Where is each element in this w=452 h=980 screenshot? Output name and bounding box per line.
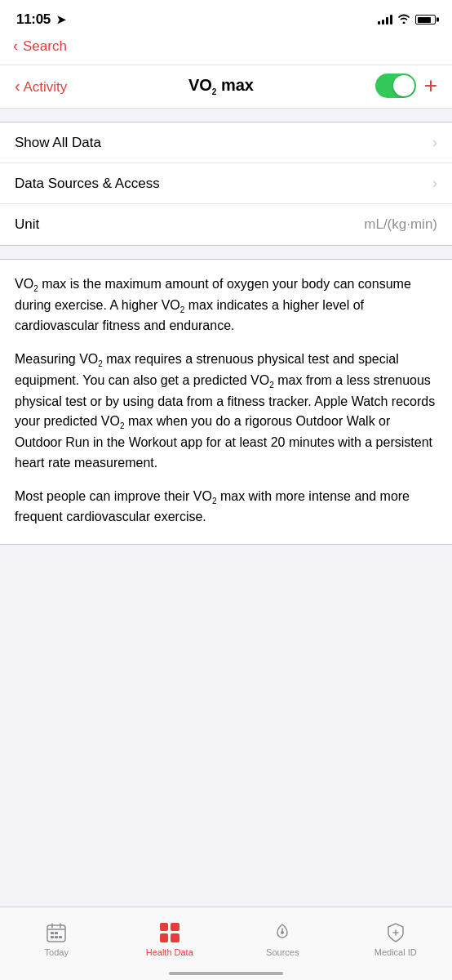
tab-today[interactable]: Today bbox=[0, 921, 113, 957]
tab-medical-id-label: Medical ID bbox=[374, 947, 417, 957]
tab-medical-id[interactable]: Medical ID bbox=[339, 921, 453, 957]
chevron-right-icon: › bbox=[432, 134, 437, 151]
page-header: ‹ Activity VO2 max + bbox=[0, 65, 452, 109]
data-sources-label: Data Sources & Access bbox=[15, 176, 160, 192]
unit-value: mL/(kg·min) bbox=[364, 216, 437, 233]
location-icon: ➤ bbox=[56, 13, 66, 26]
description-section: VO2 max is the maximum amount of oxygen … bbox=[0, 259, 452, 545]
activity-chevron-icon: ‹ bbox=[15, 77, 20, 95]
status-icons bbox=[378, 14, 436, 26]
svg-rect-7 bbox=[55, 936, 58, 938]
activity-back-label: Activity bbox=[23, 79, 67, 95]
tab-sources-label: Sources bbox=[266, 947, 299, 957]
health-data-icon bbox=[158, 921, 181, 944]
activity-back-link[interactable]: ‹ Activity bbox=[15, 77, 67, 96]
svg-rect-5 bbox=[55, 932, 58, 934]
tab-bar: Today Health Data Sources bbox=[0, 906, 452, 980]
svg-point-9 bbox=[281, 931, 284, 934]
status-bar: 11:05 ➤ bbox=[0, 0, 452, 36]
status-time: 11:05 ➤ bbox=[16, 11, 66, 28]
battery-icon bbox=[415, 15, 436, 24]
add-button[interactable]: + bbox=[424, 74, 437, 97]
description-paragraph-1: VO2 max is the maximum amount of oxygen … bbox=[15, 274, 437, 336]
unit-label: Unit bbox=[15, 216, 39, 233]
sources-icon bbox=[271, 921, 294, 944]
toggle-knob bbox=[393, 75, 414, 96]
unit-item: Unit mL/(kg·min) bbox=[0, 204, 452, 245]
data-sources-item[interactable]: Data Sources & Access › bbox=[0, 163, 452, 204]
tab-health-data-label: Health Data bbox=[146, 947, 193, 957]
tab-health-data[interactable]: Health Data bbox=[113, 921, 227, 957]
description-paragraph-2: Measuring VO2 max requires a strenuous p… bbox=[15, 350, 437, 473]
svg-rect-6 bbox=[51, 936, 54, 938]
back-label: Search bbox=[23, 38, 67, 55]
list-section: Show All Data › Data Sources & Access › … bbox=[0, 122, 452, 246]
tab-sources[interactable]: Sources bbox=[226, 921, 339, 957]
wifi-icon bbox=[397, 14, 410, 26]
chevron-right-icon: › bbox=[432, 175, 437, 192]
description-paragraph-3: Most people can improve their VO2 max wi… bbox=[15, 487, 437, 528]
back-link[interactable]: ‹ Search bbox=[13, 38, 439, 55]
data-toggle[interactable] bbox=[375, 74, 416, 98]
medical-id-icon bbox=[384, 921, 407, 944]
signal-icon bbox=[378, 15, 392, 24]
home-indicator bbox=[169, 972, 283, 975]
content-area: ‹ Activity VO2 max + Show All Data › Dat… bbox=[0, 65, 452, 626]
page-title: VO2 max bbox=[67, 76, 374, 96]
tab-today-label: Today bbox=[45, 947, 69, 957]
nav-bar: ‹ Search bbox=[0, 36, 452, 65]
svg-rect-8 bbox=[59, 936, 62, 938]
svg-rect-4 bbox=[51, 932, 54, 934]
back-chevron-icon: ‹ bbox=[13, 38, 18, 55]
show-all-data-item[interactable]: Show All Data › bbox=[0, 122, 452, 163]
today-icon bbox=[45, 921, 68, 944]
show-all-data-label: Show All Data bbox=[15, 135, 101, 151]
